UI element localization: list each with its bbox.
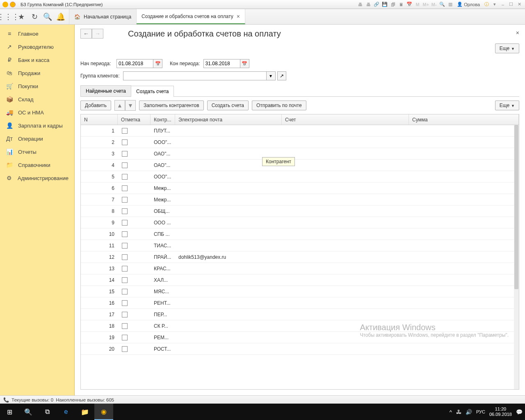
col-header-sum[interactable]: Сумма	[409, 114, 519, 125]
sidebar-item-6[interactable]: 🚚ОС и НМА	[0, 106, 74, 119]
sidebar-item-5[interactable]: 📦Склад	[0, 93, 74, 106]
sidebar-item-9[interactable]: 📊Отчеты	[0, 145, 74, 158]
zoom-in-icon[interactable]: 🔍	[439, 1, 445, 8]
start-date-input[interactable]	[116, 59, 153, 68]
end-date-input[interactable]	[203, 59, 240, 68]
vertical-scrollbar[interactable]	[514, 125, 519, 389]
col-header-bill[interactable]: Счет	[282, 114, 409, 125]
maximize-icon[interactable]: ☐	[508, 1, 514, 8]
table-row[interactable]: 17ПЕР...	[81, 309, 519, 320]
row-checkbox[interactable]	[122, 151, 128, 157]
table-row[interactable]: 8ОБЩ...	[81, 205, 519, 217]
taskbar-search-icon[interactable]: 🔍	[19, 404, 38, 420]
sidebar-item-10[interactable]: 📁Справочники	[0, 158, 74, 171]
m-icon[interactable]: M	[414, 1, 421, 8]
table-row[interactable]: 15МЯС...	[81, 286, 519, 297]
table-row[interactable]: 14ХАЛ...	[81, 274, 519, 286]
create-bills-button[interactable]: Создать счета	[207, 100, 249, 110]
print2-icon[interactable]: 🖶	[365, 1, 372, 8]
sidebar-item-8[interactable]: ДтОперации	[0, 132, 74, 145]
subtab-create[interactable]: Создать счета	[131, 86, 174, 97]
col-header-n[interactable]: N	[81, 114, 118, 125]
app-1c-icon[interactable]: ◉	[94, 404, 113, 420]
row-checkbox[interactable]	[122, 312, 128, 317]
client-group-dropdown-icon[interactable]: ▾	[267, 71, 276, 80]
panels-icon[interactable]: ▥	[447, 1, 454, 8]
table-row[interactable]: 16РЕНТ...	[81, 297, 519, 309]
table-row[interactable]: 1ПЛУТ...	[81, 125, 519, 137]
nav-forward-button[interactable]: →	[92, 29, 103, 39]
sidebar-item-4[interactable]: 🛒Покупки	[0, 80, 74, 93]
more-button-top[interactable]: Еще▼	[495, 43, 519, 53]
row-checkbox[interactable]	[122, 323, 128, 329]
table-row[interactable]: 9ООО ...	[81, 217, 519, 228]
row-checkbox[interactable]	[122, 266, 128, 272]
minimize-icon[interactable]: –	[500, 1, 506, 8]
table-row[interactable]: 11ТИАС...	[81, 240, 519, 251]
row-checkbox[interactable]	[122, 139, 128, 145]
start-date-calendar-icon[interactable]: 📅	[153, 59, 162, 68]
table-row[interactable]: 13КРАС...	[81, 263, 519, 274]
close-page-icon[interactable]: ×	[516, 30, 519, 36]
row-checkbox[interactable]	[122, 185, 128, 191]
table-row[interactable]: 5ООО"...	[81, 171, 519, 183]
more-button-actions[interactable]: Еще▼	[495, 100, 519, 110]
dropdown-icon[interactable]	[10, 2, 16, 7]
end-date-calendar-icon[interactable]: 📅	[240, 59, 249, 68]
m-minus-icon[interactable]: M-	[431, 1, 437, 8]
table-row[interactable]: 10СПБ ...	[81, 228, 519, 240]
table-row[interactable]: 4ОАО"...	[81, 160, 519, 171]
tray-volume-icon[interactable]: 🔊	[466, 409, 472, 415]
print-icon[interactable]: 🖶	[357, 1, 363, 8]
m-plus-icon[interactable]: M+	[422, 1, 429, 8]
compare-icon[interactable]: 🗐	[390, 1, 396, 8]
table-row[interactable]: 2ООО"...	[81, 137, 519, 148]
tray-clock[interactable]: 11:20 06.09.2018	[489, 406, 512, 417]
sidebar-item-1[interactable]: ↗Руководителю	[0, 40, 74, 53]
close-window-icon[interactable]: ✕	[516, 1, 523, 8]
search-icon[interactable]: 🔍	[41, 9, 54, 24]
row-checkbox[interactable]	[122, 254, 128, 260]
sidebar-item-3[interactable]: 🛍Продажи	[0, 66, 74, 80]
row-checkbox[interactable]	[122, 128, 128, 134]
move-down-button[interactable]: ▼	[125, 100, 136, 111]
calendar-icon[interactable]: 📅	[406, 1, 413, 8]
nav-back-button[interactable]: ←	[80, 29, 92, 39]
sidebar-item-0[interactable]: ≡Главное	[0, 27, 74, 40]
tray-notifications-icon[interactable]: 💬	[516, 409, 523, 415]
link-icon[interactable]: 🔗	[373, 1, 380, 8]
task-view-icon[interactable]: ⧉	[38, 404, 57, 420]
table-row[interactable]: 20РОСТ...	[81, 343, 519, 355]
apps-icon[interactable]: ⋮⋮⋮	[2, 9, 15, 24]
save-icon[interactable]: 💾	[381, 1, 388, 8]
table-row[interactable]: 6Межр...	[81, 183, 519, 194]
tab-home[interactable]: 🏠 Начальная страница	[69, 9, 137, 24]
col-header-mark[interactable]: Отметка	[118, 114, 151, 125]
row-checkbox[interactable]	[122, 277, 128, 283]
tray-lang[interactable]: РУС	[476, 409, 485, 414]
sidebar-item-7[interactable]: 👤Зарплата и кадры	[0, 119, 74, 132]
row-checkbox[interactable]	[122, 208, 128, 214]
favorite-icon[interactable]: ★	[15, 9, 28, 24]
send-by-mail-button[interactable]: Отправить по почте	[252, 100, 306, 110]
table-row[interactable]: 7Межр...	[81, 194, 519, 205]
dropdown-caret-icon[interactable]: ▾	[491, 1, 498, 8]
add-button[interactable]: Добавить	[80, 100, 111, 110]
client-group-input[interactable]	[123, 71, 267, 80]
tray-network-icon[interactable]: 🖧	[456, 409, 461, 415]
sidebar-item-11[interactable]: ⚙Администрирование	[0, 171, 74, 185]
row-checkbox[interactable]	[122, 300, 128, 306]
row-checkbox[interactable]	[122, 231, 128, 237]
tab-close-icon[interactable]: ×	[237, 13, 240, 20]
row-checkbox[interactable]	[122, 243, 128, 249]
scroll-thumb[interactable]	[514, 125, 518, 289]
row-checkbox[interactable]	[122, 346, 128, 352]
calc-icon[interactable]: 🖩	[398, 1, 404, 8]
client-group-open-icon[interactable]: ↗	[277, 71, 286, 80]
move-up-button[interactable]: ▲	[114, 100, 125, 111]
row-checkbox[interactable]	[122, 174, 128, 180]
row-checkbox[interactable]	[122, 220, 128, 226]
notifications-icon[interactable]: 🔔	[54, 9, 67, 24]
table-row[interactable]: 12ПРАЙ...dohlik513@yandex.ru	[81, 251, 519, 263]
col-header-contr[interactable]: Контр...	[151, 114, 175, 125]
